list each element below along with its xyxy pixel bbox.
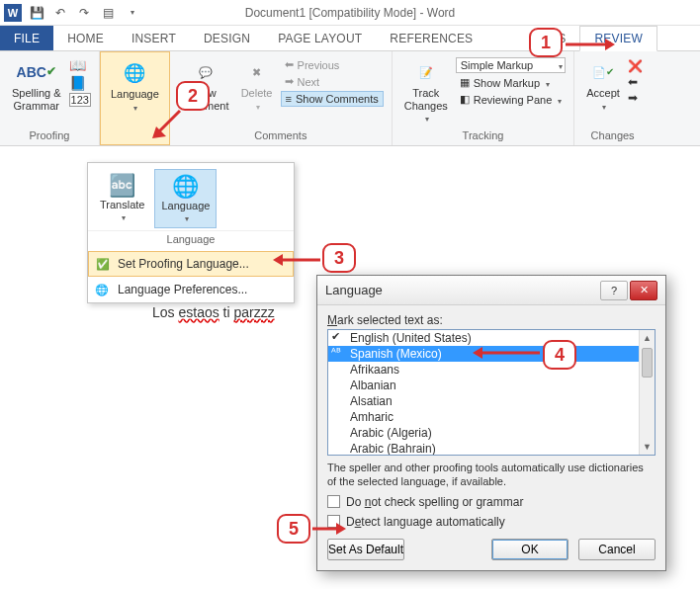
quick-access-toolbar: 💾 ↶ ↷ ▤ — [28, 4, 140, 22]
show-markup-icon: ▦ — [460, 76, 470, 89]
scroll-down-icon[interactable]: ▼ — [640, 439, 655, 455]
delete-comment-button[interactable]: ✖ Delete — [237, 55, 277, 114]
track-changes-icon: 📝 — [410, 57, 442, 87]
next-icon: ➡ — [285, 75, 294, 88]
svg-marker-5 — [273, 254, 283, 266]
callout-1: 1 — [529, 28, 563, 57]
spelling-grammar-button[interactable]: ABC✔ Spelling & Grammar — [8, 55, 65, 114]
reject-icon[interactable]: ❌ — [628, 59, 643, 73]
document-text[interactable]: Los estaos ti parzzz — [152, 304, 275, 321]
mark-selected-label: Mark selected text as: — [327, 313, 656, 327]
delete-label: Delete — [241, 87, 273, 100]
tab-references[interactable]: REFERENCES — [376, 26, 486, 50]
show-comments-label: Show Comments — [296, 93, 379, 105]
group-tracking-label: Tracking — [400, 127, 567, 143]
group-changes: 📄✔ Accept ❌ ⬅ ➡ Changes — [574, 51, 651, 145]
list-item[interactable]: Afrikaans — [328, 362, 655, 378]
list-item[interactable]: Arabic (Bahrain) — [328, 441, 655, 456]
help-button[interactable]: ? — [600, 281, 628, 300]
list-item-label: Alsatian — [350, 394, 393, 408]
list-item-label: Albanian — [350, 379, 396, 392]
language-preferences-item[interactable]: 🌐 Language Preferences... — [88, 277, 294, 302]
list-item[interactable]: Alsatian — [328, 393, 655, 409]
word-count-icon[interactable]: 123 — [69, 93, 91, 107]
next-change-icon[interactable]: ➡ — [628, 91, 643, 105]
misspelled-word: estaos — [178, 304, 219, 320]
language-dropdown: 🔤 Translate 🌐 Language Language ✅ Set Pr… — [87, 162, 295, 303]
prev-change-icon[interactable]: ⬅ — [628, 75, 643, 89]
define-icon[interactable]: 📖 — [69, 57, 91, 73]
dialog-titlebar[interactable]: Language ? ✕ — [317, 276, 665, 305]
tab-page-layout[interactable]: PAGE LAYOUT — [264, 26, 376, 50]
markup-combo[interactable]: Simple Markup — [456, 57, 567, 73]
redo-icon[interactable]: ↷ — [75, 4, 93, 22]
language-submenu-label: Language — [161, 200, 210, 211]
dialog-title: Language — [325, 283, 383, 297]
callout-3: 3 — [322, 243, 356, 273]
ok-button[interactable]: OK — [491, 539, 569, 560]
previous-comment-button[interactable]: ⬅Previous — [281, 57, 384, 72]
checkbox[interactable] — [327, 495, 340, 508]
callout-2: 2 — [176, 81, 210, 111]
chevron-down-icon — [600, 100, 606, 113]
proofing-icon: ✅ — [95, 256, 111, 272]
next-comment-button[interactable]: ➡Next — [281, 74, 384, 89]
list-item[interactable]: Arabic (Algeria) — [328, 425, 655, 441]
tab-design[interactable]: DESIGN — [190, 26, 264, 50]
show-comments-icon: ≡ — [286, 93, 292, 105]
list-item-label: English (United States) — [350, 331, 472, 345]
spelling-grammar-label: Spelling & Grammar — [12, 87, 61, 112]
show-markup-button[interactable]: ▦Show Markup — [456, 75, 567, 90]
arrow-3 — [273, 253, 322, 270]
scroll-up-icon[interactable]: ▲ — [640, 330, 655, 346]
accept-button[interactable]: 📄✔ Accept — [582, 55, 624, 114]
show-comments-button[interactable]: ≡Show Comments — [281, 91, 384, 107]
word-icon: W — [4, 4, 22, 22]
qat-more-icon[interactable] — [123, 4, 140, 22]
translate-button[interactable]: 🔤 Translate — [94, 169, 150, 228]
callout-5: 5 — [277, 514, 310, 544]
reviewing-pane-icon: ◧ — [460, 93, 470, 106]
track-changes-button[interactable]: 📝 Track Changes — [400, 55, 452, 126]
undo-icon[interactable]: ↶ — [51, 4, 69, 22]
language-group-label: Language — [88, 230, 294, 251]
chevron-down-icon — [557, 59, 563, 71]
set-default-button[interactable]: Set As Default — [327, 539, 404, 560]
language-icon: 🌐 — [172, 174, 199, 200]
scrollbar[interactable]: ▲ ▼ — [639, 330, 655, 455]
svg-line-2 — [158, 111, 180, 132]
tab-insert[interactable]: INSERT — [118, 26, 190, 50]
detect-language-label: Detect language automatically — [346, 515, 505, 529]
list-item[interactable]: ✔English (United States) — [328, 330, 655, 346]
tab-home[interactable]: HOME — [53, 26, 118, 50]
new-doc-icon[interactable]: ▤ — [99, 4, 117, 22]
no-check-checkbox-row[interactable]: Do not check spelling or grammar — [327, 495, 656, 509]
scroll-thumb[interactable] — [642, 348, 653, 378]
reviewing-pane-button[interactable]: ◧Reviewing Pane — [456, 92, 567, 107]
language-submenu-button[interactable]: 🌐 Language — [154, 169, 217, 228]
chevron-down-icon — [544, 77, 550, 89]
check-icon: ✔ — [331, 330, 340, 343]
cancel-button[interactable]: Cancel — [578, 539, 656, 560]
save-icon[interactable]: 💾 — [28, 4, 45, 22]
translate-label: Translate — [100, 199, 144, 210]
chevron-down-icon — [254, 100, 260, 113]
preferences-icon: 🌐 — [94, 282, 110, 297]
thesaurus-icon[interactable]: 📘 — [69, 75, 91, 91]
group-proofing: ABC✔ Spelling & Grammar 📖 📘 123 Proofing — [0, 51, 100, 145]
list-item[interactable]: Albanian — [328, 378, 655, 393]
set-proofing-language-item[interactable]: ✅ Set Proofing Language... — [88, 251, 294, 277]
list-item-label: Arabic (Bahrain) — [350, 442, 436, 456]
reviewing-pane-label: Reviewing Pane — [474, 94, 553, 106]
list-item[interactable]: Amharic — [328, 409, 655, 425]
list-item-label: Arabic (Algeria) — [350, 426, 432, 440]
window-title: Document1 [Compatibility Mode] - Word — [245, 6, 456, 20]
group-comments-label: Comments — [178, 127, 384, 143]
arrow-5 — [312, 522, 346, 539]
text-plain: Los — [152, 304, 178, 320]
group-changes-label: Changes — [582, 127, 643, 143]
close-button[interactable]: ✕ — [630, 281, 657, 300]
detect-language-checkbox-row[interactable]: Detect language automatically — [327, 515, 656, 529]
callout-4: 4 — [543, 340, 576, 370]
tab-file[interactable]: FILE — [0, 26, 53, 50]
